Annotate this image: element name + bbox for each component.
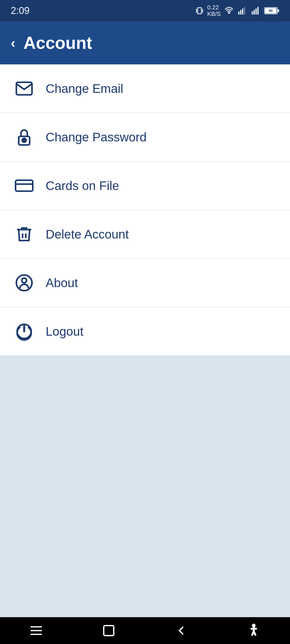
status-icons: 0.22KB/S 99 xyxy=(195,4,279,17)
svg-rect-5 xyxy=(244,7,245,14)
lock-icon xyxy=(13,126,35,148)
svg-point-27 xyxy=(253,625,255,627)
menu-item-change-password[interactable]: Change Password xyxy=(0,113,290,162)
power-icon xyxy=(13,321,35,342)
signal-icon xyxy=(237,6,248,15)
menu-item-logout[interactable]: Logout xyxy=(0,307,290,356)
back-button[interactable]: ‹ xyxy=(11,36,15,50)
wifi-icon xyxy=(224,6,234,15)
back-nav-button[interactable] xyxy=(174,623,189,638)
svg-point-20 xyxy=(22,278,27,283)
menu-list: Change Email Change Password Cards on Fi… xyxy=(0,64,290,356)
person-icon xyxy=(13,272,35,294)
svg-text:99: 99 xyxy=(269,9,273,13)
change-password-label: Change Password xyxy=(46,130,147,144)
menu-item-delete-account[interactable]: Delete Account xyxy=(0,210,290,259)
logout-label: Logout xyxy=(46,324,84,339)
app-header: ‹ Account xyxy=(0,21,290,64)
change-email-label: Change Email xyxy=(46,81,123,96)
svg-rect-6 xyxy=(252,12,253,14)
svg-rect-8 xyxy=(256,9,257,15)
svg-rect-17 xyxy=(16,180,33,191)
svg-point-1 xyxy=(229,12,230,13)
menu-item-cards-on-file[interactable]: Cards on File xyxy=(0,162,290,210)
home-nav-button[interactable] xyxy=(101,623,116,638)
menu-item-about[interactable]: About xyxy=(0,259,290,307)
about-label: About xyxy=(46,276,78,290)
status-time: 2:09 xyxy=(11,5,30,16)
email-icon xyxy=(13,78,35,99)
card-icon xyxy=(13,175,35,196)
hamburger-nav-button[interactable] xyxy=(29,623,44,638)
trash-icon xyxy=(13,224,35,245)
menu-item-change-email[interactable]: Change Email xyxy=(0,64,290,113)
svg-rect-9 xyxy=(258,7,259,14)
svg-rect-3 xyxy=(240,10,241,14)
svg-rect-0 xyxy=(198,8,201,14)
svg-rect-7 xyxy=(254,10,255,14)
page-title: Account xyxy=(23,33,92,53)
svg-rect-11 xyxy=(278,9,279,12)
svg-rect-4 xyxy=(242,9,243,15)
delete-account-label: Delete Account xyxy=(46,227,129,241)
background-area xyxy=(0,356,290,644)
accessibility-nav-button[interactable] xyxy=(246,623,261,638)
status-bar: 2:09 0.22KB/S xyxy=(0,0,290,21)
cards-on-file-label: Cards on File xyxy=(46,178,119,193)
svg-point-16 xyxy=(23,139,26,141)
navigation-bar xyxy=(0,617,290,644)
4g-signal-icon xyxy=(251,6,261,15)
svg-rect-26 xyxy=(104,625,114,635)
speed-indicator: 0.22KB/S xyxy=(207,4,221,17)
vibrate-icon xyxy=(195,6,204,15)
svg-rect-2 xyxy=(238,12,239,14)
battery-icon: 99 xyxy=(264,7,279,15)
svg-line-31 xyxy=(254,631,256,635)
